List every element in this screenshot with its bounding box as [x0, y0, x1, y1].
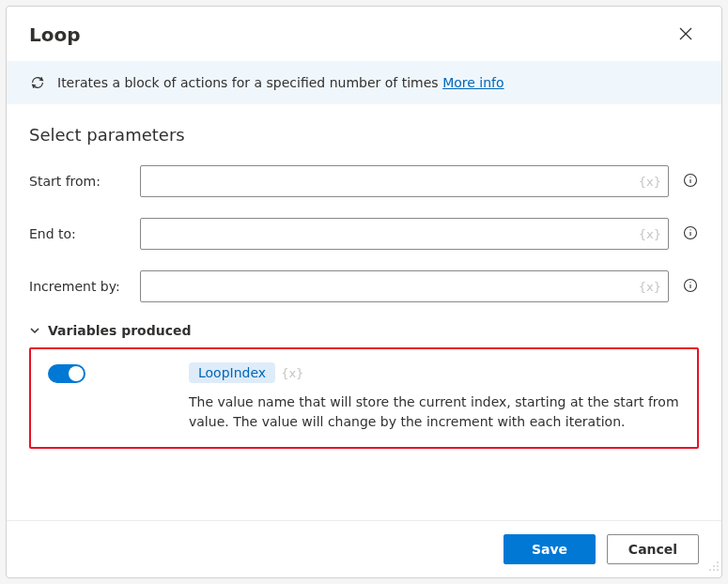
info-icon — [683, 173, 698, 191]
cancel-button[interactable]: Cancel — [607, 534, 699, 564]
loop-dialog: Loop Iterates a block of — [6, 6, 722, 578]
end-to-input[interactable] — [140, 218, 669, 250]
variable-picker-icon[interactable]: {x} — [639, 227, 661, 241]
start-from-info-button[interactable] — [682, 173, 699, 190]
start-from-label: Start from: — [29, 174, 127, 189]
svg-point-11 — [717, 561, 719, 563]
svg-point-16 — [709, 569, 711, 571]
row-start-from: Start from: {x} — [29, 165, 699, 197]
info-icon — [683, 225, 698, 243]
increment-by-info-button[interactable] — [682, 278, 699, 295]
row-increment-by: Increment by: {x} — [29, 270, 699, 302]
chevron-down-icon — [29, 325, 40, 336]
variable-picker-icon[interactable]: {x} — [639, 175, 661, 189]
section-title: Select parameters — [29, 125, 699, 145]
close-button[interactable] — [673, 22, 699, 48]
variables-produced-label: Variables produced — [48, 323, 192, 338]
variable-name-chip[interactable]: LoopIndex — [189, 362, 275, 383]
increment-by-label: Increment by: — [29, 279, 127, 294]
banner-text: Iterates a block of actions for a specif… — [57, 75, 504, 90]
end-to-info-button[interactable] — [682, 225, 699, 242]
toggle-knob — [69, 366, 84, 381]
svg-point-7 — [689, 229, 690, 230]
variable-toggle[interactable] — [48, 364, 85, 383]
variable-type-icon: {x} — [281, 366, 303, 380]
variables-produced-panel: LoopIndex {x} The value name that will s… — [29, 347, 699, 449]
variable-description: The value name that will store the curre… — [189, 392, 680, 432]
start-from-input[interactable] — [140, 165, 669, 197]
loop-icon — [29, 74, 46, 91]
svg-point-15 — [713, 569, 715, 571]
resize-grip-icon[interactable] — [708, 558, 720, 576]
row-end-to: End to: {x} — [29, 218, 699, 250]
svg-point-13 — [717, 569, 719, 571]
info-banner: Iterates a block of actions for a specif… — [7, 61, 721, 104]
increment-by-input[interactable] — [140, 270, 669, 302]
variable-picker-icon[interactable]: {x} — [639, 280, 661, 294]
end-to-label: End to: — [29, 226, 127, 241]
close-icon — [679, 27, 692, 43]
svg-point-4 — [689, 177, 690, 177]
svg-point-12 — [717, 565, 719, 567]
info-icon — [683, 278, 698, 296]
variables-produced-header[interactable]: Variables produced — [29, 323, 699, 338]
dialog-title: Loop — [29, 23, 81, 46]
dialog-footer: Save Cancel — [7, 520, 721, 577]
titlebar: Loop — [7, 7, 721, 61]
svg-point-10 — [689, 282, 690, 283]
svg-point-14 — [713, 565, 715, 567]
more-info-link[interactable]: More info — [442, 75, 503, 90]
save-button[interactable]: Save — [503, 534, 596, 564]
